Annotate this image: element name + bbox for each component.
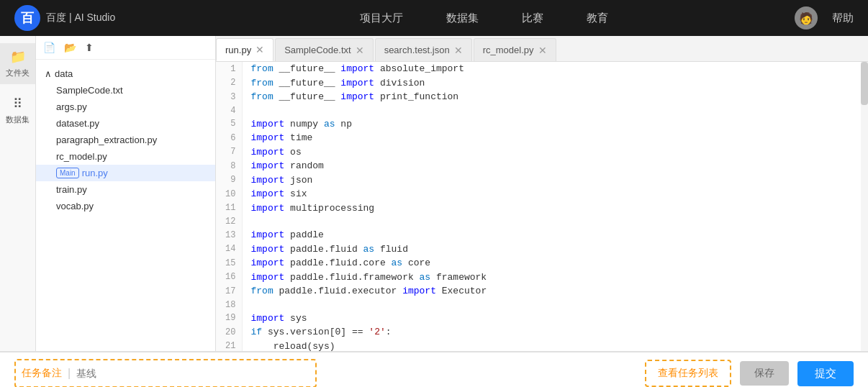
tab-searchtestjson-label: search.test.json — [384, 45, 450, 55]
right-actions: 查看任务列表 保存 提交 — [645, 360, 854, 387]
table-row: 6import time — [216, 131, 868, 145]
table-row: 3from __future__ import print_function — [216, 90, 868, 104]
scrollbar-track[interactable] — [861, 62, 868, 351]
tab-runpy-label: run.py — [225, 45, 251, 55]
grid-icon: ⠿ — [13, 96, 22, 111]
logo-icon: 百 — [14, 5, 40, 31]
main-layout: 📁 文件夹 ⠿ 数据集 📄 📂 ⬆ ∧ data SampleCode.txt … — [0, 36, 868, 351]
top-nav: 百 百度 | AI Studio 项目大厅 数据集 比赛 教育 🧑 帮助 — [0, 0, 868, 36]
table-row: 2from __future__ import division — [216, 76, 868, 91]
file-runpy[interactable]: Main run.py — [36, 165, 215, 181]
code-view[interactable]: 1from __future__ import absolute_import … — [216, 62, 868, 351]
file-tree-toolbar: 📄 📂 ⬆ — [36, 36, 215, 60]
nav-right: 🧑 帮助 — [795, 6, 854, 29]
table-row: 1from __future__ import absolute_import — [216, 62, 868, 76]
code-table: 1from __future__ import absolute_import … — [216, 62, 868, 351]
baseline-input[interactable] — [76, 368, 309, 379]
nav-links: 项目大厅 数据集 比赛 教育 — [173, 12, 795, 25]
file-args[interactable]: args.py — [36, 99, 215, 115]
file-tree: 📄 📂 ⬆ ∧ data SampleCode.txt args.py data… — [36, 36, 216, 351]
tab-rcmodel-label: rc_model.py — [483, 45, 534, 55]
avatar[interactable]: 🧑 — [795, 6, 818, 29]
tab-searchtestjson[interactable]: search.test.json ✕ — [375, 38, 472, 61]
scrollbar-thumb[interactable] — [861, 62, 868, 105]
view-tasks-btn[interactable]: 查看任务列表 — [645, 360, 731, 387]
table-row: 20if sys.version[0] == '2': — [216, 325, 868, 340]
tab-searchtestjson-close[interactable]: ✕ — [454, 45, 463, 56]
table-row: 11import multiprocessing — [216, 201, 868, 216]
tab-runpy[interactable]: run.py ✕ — [216, 38, 273, 61]
icon-sidebar: 📁 文件夹 ⠿ 数据集 — [0, 36, 36, 351]
editor-area: run.py ✕ SampleCode.txt ✕ search.test.js… — [216, 36, 868, 351]
upload-btn[interactable]: ⬆ — [85, 42, 94, 53]
file-tree-content: ∧ data SampleCode.txt args.py dataset.py… — [36, 60, 215, 351]
tab-runpy-close[interactable]: ✕ — [256, 44, 264, 55]
table-row: 8import random — [216, 159, 868, 173]
file-train[interactable]: train.py — [36, 181, 215, 198]
table-row: 5import numpy as np — [216, 117, 868, 132]
table-row: 13import paddle — [216, 228, 868, 242]
new-folder-btn[interactable]: 📂 — [64, 42, 76, 53]
table-row: 21 reload(sys) — [216, 340, 868, 352]
submit-btn[interactable]: 提交 — [797, 361, 854, 386]
file-name-run: run.py — [82, 168, 108, 178]
folder-data[interactable]: ∧ data — [36, 65, 215, 82]
tabs-bar: run.py ✕ SampleCode.txt ✕ search.test.js… — [216, 36, 868, 62]
tab-rcmodel-close[interactable]: ✕ — [538, 45, 547, 56]
folder-name: data — [55, 68, 73, 79]
sidebar-item-files[interactable]: 📁 文件夹 — [0, 43, 35, 84]
tab-samplecode[interactable]: SampleCode.txt ✕ — [275, 38, 374, 61]
new-file-btn[interactable]: 📄 — [43, 42, 55, 53]
table-row: 4 — [216, 104, 868, 117]
file-samplecode[interactable]: SampleCode.txt — [36, 82, 215, 99]
main-badge: Main — [56, 168, 79, 178]
nav-contest[interactable]: 比赛 — [522, 12, 543, 25]
file-name-samplecode: SampleCode.txt — [56, 85, 123, 96]
sidebar-item-datasets[interactable]: ⠿ 数据集 — [0, 90, 35, 131]
file-name-train: train.py — [56, 184, 87, 195]
save-btn[interactable]: 保存 — [740, 361, 789, 386]
nav-education[interactable]: 教育 — [587, 12, 608, 25]
table-row: 7import os — [216, 145, 868, 160]
task-input-group: 任务备注 | — [14, 359, 317, 387]
tab-rcmodel[interactable]: rc_model.py ✕ — [474, 38, 556, 61]
logo-text: 百度 | AI Studio — [46, 12, 115, 24]
chevron-down-icon: ∧ — [45, 68, 52, 79]
table-row: 12 — [216, 215, 868, 228]
bottom-bar: 任务备注 | 查看任务列表 保存 提交 — [0, 351, 868, 387]
folder-icon: 📁 — [10, 49, 26, 65]
file-name-rcmodel: rc_model.py — [56, 151, 107, 162]
file-name-dataset: dataset.py — [56, 118, 99, 129]
file-vocab[interactable]: vocab.py — [36, 198, 215, 214]
help-link[interactable]: 帮助 — [832, 12, 854, 25]
table-row: 19import sys — [216, 311, 868, 326]
file-name-paragraph: paragraph_extraction.py — [56, 135, 157, 145]
file-paragraph[interactable]: paragraph_extraction.py — [36, 132, 215, 148]
tab-samplecode-close[interactable]: ✕ — [356, 45, 364, 56]
file-dataset[interactable]: dataset.py — [36, 115, 215, 132]
table-row: 15import paddle.fluid.core as core — [216, 256, 868, 270]
file-name-vocab: vocab.py — [56, 201, 94, 211]
table-row: 18 — [216, 299, 868, 311]
nav-projects[interactable]: 项目大厅 — [360, 12, 403, 25]
nav-datasets[interactable]: 数据集 — [446, 12, 479, 25]
task-label[interactable]: 任务备注 — [22, 367, 62, 380]
table-row: 14import paddle.fluid as fluid — [216, 242, 868, 257]
file-name-args: args.py — [56, 101, 87, 112]
table-row: 10import six — [216, 187, 868, 201]
table-row: 17from paddle.fluid.executor import Exec… — [216, 284, 868, 299]
table-row: 9import json — [216, 173, 868, 188]
table-row: 16import paddle.fluid.framework as frame… — [216, 270, 868, 285]
files-label: 文件夹 — [6, 68, 30, 78]
tab-samplecode-label: SampleCode.txt — [284, 45, 351, 55]
datasets-label: 数据集 — [6, 114, 30, 125]
file-rcmodel[interactable]: rc_model.py — [36, 148, 215, 165]
logo: 百 百度 | AI Studio — [14, 5, 115, 31]
